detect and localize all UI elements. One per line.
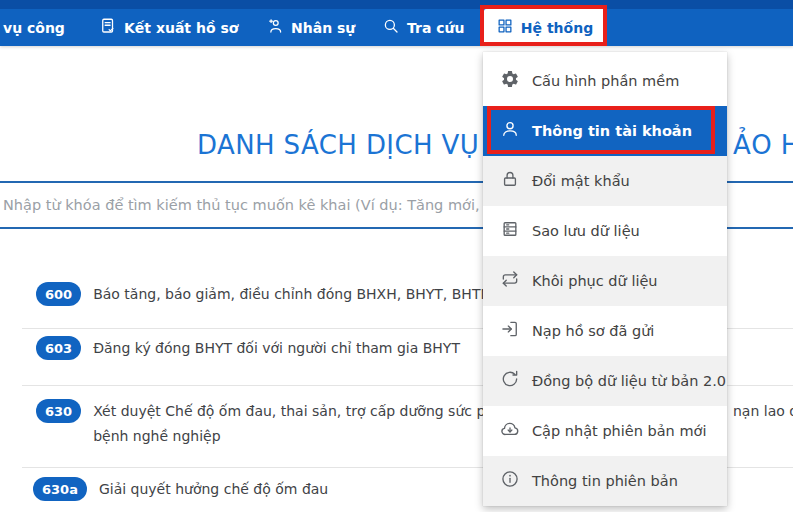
menu-item-label: Thông tin tài khoản bbox=[532, 123, 692, 139]
restore-icon bbox=[500, 269, 520, 293]
nav-item-he-thong[interactable]: Hệ thống bbox=[484, 9, 605, 46]
menu-item-thong-tin-phien-ban[interactable]: Thông tin phiên bản bbox=[483, 456, 727, 506]
nav-item-label: Hệ thống bbox=[521, 20, 593, 36]
service-title: Báo tăng, báo giảm, điều chỉnh đóng BHXH… bbox=[93, 282, 520, 306]
sync-icon bbox=[500, 369, 520, 393]
menu-item-label: Đổi mật khẩu bbox=[532, 173, 630, 189]
import-icon bbox=[500, 319, 520, 343]
service-title: Xét duyệt Chế độ ốm đau, thai sản, trợ c… bbox=[93, 399, 524, 449]
menu-item-label: Nạp hồ sơ đã gửi bbox=[532, 323, 654, 339]
service-row-630a[interactable]: 630a Giải quyết hưởng chế độ ốm đau bbox=[33, 477, 328, 501]
service-code-badge: 630 bbox=[36, 399, 81, 423]
menu-item-label: Đồng bộ dữ liệu từ bản 2.0 bbox=[532, 373, 726, 389]
info-icon bbox=[500, 469, 520, 493]
document-export-icon bbox=[99, 17, 117, 38]
he-thong-dropdown-menu: Cấu hình phần mềm Thông tin tài khoản Đổ… bbox=[483, 52, 727, 506]
service-title: Đăng ký đóng BHYT đối với người chỉ tham… bbox=[93, 336, 460, 360]
menu-item-dong-bo-du-lieu[interactable]: Đồng bộ dữ liệu từ bản 2.0 bbox=[483, 356, 727, 406]
nav-item-tra-cuu[interactable]: Tra cứu bbox=[382, 9, 464, 46]
person-icon bbox=[500, 119, 520, 143]
menu-item-doi-mat-khau[interactable]: Đổi mật khẩu bbox=[483, 156, 727, 206]
page-title: DANH SÁCH DỊCH VỤ bbox=[197, 130, 479, 160]
lock-icon bbox=[500, 169, 520, 193]
page-title-fragment-right: ẢO HI bbox=[733, 130, 793, 160]
menu-item-thong-tin-tai-khoan[interactable]: Thông tin tài khoản bbox=[483, 106, 727, 156]
menu-item-khoi-phuc-du-lieu[interactable]: Khôi phục dữ liệu bbox=[483, 256, 727, 306]
nav-item-label: Tra cứu bbox=[407, 20, 464, 36]
menu-item-label: Thông tin phiên bản bbox=[532, 473, 678, 489]
menu-item-cap-nhat-phien-ban-moi[interactable]: Cập nhật phiên bản mới bbox=[483, 406, 727, 456]
nav-item-label: Nhân sự bbox=[291, 20, 355, 36]
nav-top-strip bbox=[0, 0, 793, 9]
storage-icon bbox=[500, 219, 520, 243]
gear-icon bbox=[500, 69, 520, 93]
nav-item-label: Kết xuất hồ sơ bbox=[124, 20, 238, 36]
nav-item-label: vụ công bbox=[3, 20, 65, 36]
menu-item-label: Cập nhật phiên bản mới bbox=[532, 423, 706, 439]
menu-item-label: Cấu hình phần mềm bbox=[532, 73, 679, 89]
service-row-600[interactable]: 600 Báo tăng, báo giảm, điều chỉnh đóng … bbox=[36, 282, 520, 306]
service-code-badge: 630a bbox=[33, 477, 87, 501]
service-630-text-fragment-right: nạn lao đ bbox=[733, 403, 793, 419]
nav-item-nhan-su[interactable]: Nhân sự bbox=[266, 9, 355, 46]
menu-item-nap-ho-so-da-gui[interactable]: Nạp hồ sơ đã gửi bbox=[483, 306, 727, 356]
cloud-download-icon bbox=[500, 419, 520, 443]
nav-item-ket-xuat-ho-so[interactable]: Kết xuất hồ sơ bbox=[99, 9, 238, 46]
nav-item-dich-vu-cong[interactable]: vụ công bbox=[3, 9, 65, 46]
menu-item-label: Sao lưu dữ liệu bbox=[532, 223, 640, 239]
menu-item-label: Khôi phục dữ liệu bbox=[532, 273, 658, 289]
service-row-630[interactable]: 630 Xét duyệt Chế độ ốm đau, thai sản, t… bbox=[36, 399, 524, 449]
service-code-badge: 600 bbox=[36, 282, 81, 306]
top-nav: vụ công Kết xuất hồ sơ Nhân sự Tra cứu H… bbox=[0, 0, 793, 46]
grid-icon bbox=[496, 17, 514, 38]
service-title: Giải quyết hưởng chế độ ốm đau bbox=[99, 477, 328, 501]
service-code-badge: 603 bbox=[36, 336, 81, 360]
service-title-line2: bệnh nghề nghiệp bbox=[93, 424, 524, 449]
people-icon bbox=[266, 17, 284, 38]
menu-item-cau-hinh-phan-mem[interactable]: Cấu hình phần mềm bbox=[483, 56, 727, 106]
menu-item-sao-luu-du-lieu[interactable]: Sao lưu dữ liệu bbox=[483, 206, 727, 256]
search-icon bbox=[382, 17, 400, 38]
service-row-603[interactable]: 603 Đăng ký đóng BHYT đối với người chỉ … bbox=[36, 336, 460, 360]
